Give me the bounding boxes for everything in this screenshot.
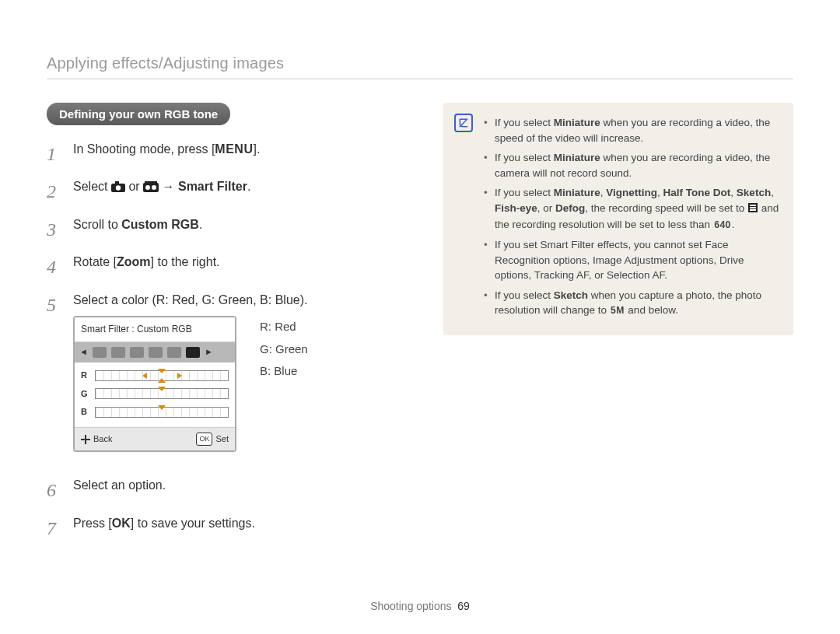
n3d: , — [657, 187, 663, 198]
svg-point-4 — [145, 185, 150, 190]
steps-list: In Shooting mode, press [MENU]. Select o… — [47, 139, 397, 543]
page-header: Applying effects/Adjusting images — [47, 54, 793, 79]
cam-back-button: Back — [81, 433, 112, 447]
svg-point-2 — [116, 186, 121, 191]
cam-tab-4 — [149, 347, 163, 358]
slider-track-g — [95, 388, 229, 399]
step1-text-b: ]. — [253, 142, 260, 156]
camera-screen-mock: Smart Filter : Custom RGB ◄ ► — [73, 316, 236, 452]
n3b6: Defog — [555, 202, 585, 214]
ok-label: OK — [112, 517, 131, 530]
slider-track-b — [95, 407, 229, 418]
n3e: , — [730, 187, 737, 198]
note-5: If you select Sketch when you capture a … — [484, 288, 779, 318]
n1a: If you select — [495, 117, 554, 128]
step-6: Select an option. — [47, 475, 397, 505]
step7-text-b: ] to save your settings. — [131, 517, 255, 530]
camera-video-icon — [143, 178, 159, 198]
note-box: If you select Miniature when you are rec… — [443, 103, 793, 335]
res-5m-badge: 5M — [611, 303, 625, 318]
cam-title: Smart Filter : Custom RGB — [75, 317, 235, 342]
n3b2: Vignetting — [606, 187, 657, 198]
svg-point-5 — [152, 185, 156, 190]
step2-bold: Smart Filter — [178, 180, 247, 193]
cam-back-label: Back — [93, 433, 112, 447]
cam-tab-6-active — [186, 347, 200, 358]
note-4: If you set Smart Filter effects, you can… — [484, 237, 779, 283]
slider-row-r: R — [81, 369, 229, 383]
n3a: If you select — [495, 187, 554, 198]
slider-label-b: B — [81, 405, 90, 419]
cam-tab-right-arrow: ► — [205, 345, 213, 359]
svg-rect-6 — [145, 181, 157, 184]
cam-footer: Back OKSet — [75, 427, 235, 451]
legend-b: B: Blue — [260, 360, 308, 383]
right-column: If you select Miniature when you are rec… — [443, 103, 793, 551]
cam-set-label: Set — [215, 433, 229, 447]
n3b3: Half Tone Dot — [663, 187, 731, 198]
note-1: If you select Miniature when you are rec… — [484, 115, 779, 145]
step3-text-a: Scroll to — [73, 218, 121, 231]
cam-set-button: OKSet — [196, 433, 229, 447]
n5a: If you select — [495, 289, 554, 301]
menu-label: MENU — [215, 142, 253, 156]
ok-key-icon: OK — [196, 433, 212, 445]
film-speed-icon — [747, 202, 758, 218]
dpad-icon — [81, 435, 90, 444]
n3b1: Miniature — [554, 187, 600, 198]
svg-rect-8 — [750, 205, 756, 206]
svg-rect-9 — [750, 207, 756, 208]
step4-bold: Zoom — [117, 255, 151, 268]
slider-row-g: G — [81, 387, 229, 401]
note-2: If you select Miniature when you are rec… — [484, 150, 779, 180]
n5b: Sketch — [554, 289, 588, 301]
cam-tab-5 — [167, 347, 181, 358]
slider-label-r: R — [81, 369, 90, 383]
cam-tab-2 — [111, 347, 125, 358]
n2a: If you select — [495, 152, 554, 163]
note-3: If you select Miniature, Vignetting, Hal… — [484, 185, 779, 233]
n3h: , the recording speed will be set to — [585, 202, 747, 214]
slider-track-r — [95, 370, 229, 381]
left-column: Defining your own RGB tone In Shooting m… — [47, 103, 397, 551]
step2-arrow: → — [163, 180, 178, 193]
step3-text-b: . — [199, 218, 202, 231]
step2-text-b: or — [128, 180, 143, 193]
footer-section: Shooting options — [370, 600, 451, 612]
slider-label-g: G — [81, 387, 90, 401]
n3j: . — [732, 219, 735, 230]
page-number: 69 — [457, 600, 470, 612]
n1b: Miniature — [554, 117, 600, 128]
svg-rect-10 — [750, 209, 756, 211]
step1-text-a: In Shooting mode, press [ — [73, 142, 215, 156]
n3f: , — [771, 187, 774, 198]
legend-g: G: Green — [260, 338, 308, 361]
step2-text-c: . — [247, 180, 250, 193]
step7-text-a: Press [ — [73, 517, 112, 530]
cam-tab-1 — [93, 347, 107, 358]
n5d: and below. — [625, 304, 678, 316]
camera-photo-icon — [111, 178, 125, 198]
step-4: Rotate [Zoom] to the right. — [47, 252, 397, 282]
cam-sliders-area: R G B — [75, 363, 235, 427]
step-3: Scroll to Custom RGB. — [47, 215, 397, 244]
cam-tab-3 — [130, 347, 144, 358]
section-pill: Defining your own RGB tone — [47, 103, 230, 125]
step-7: Press [OK] to save your settings. — [47, 513, 397, 543]
note-icon — [454, 114, 473, 132]
step3-bold: Custom RGB — [121, 218, 199, 231]
rgb-legend: R: Red G: Green B: Blue — [260, 316, 308, 383]
n3b4: Sketch — [737, 187, 771, 198]
legend-r: R: Red — [260, 316, 308, 338]
res-640-badge: 640 — [714, 217, 731, 233]
step4-text-a: Rotate [ — [73, 255, 117, 268]
n2b: Miniature — [554, 152, 600, 163]
n3b5: Fish-eye — [495, 202, 537, 214]
svg-rect-1 — [115, 181, 119, 184]
cam-tab-strip: ◄ ► — [75, 342, 235, 363]
step2-text-a: Select — [73, 180, 111, 193]
slider-row-b: B — [81, 405, 229, 419]
n3g: , or — [537, 202, 555, 214]
step5-text: Select a color (R: Red, G: Green, B: Blu… — [73, 290, 397, 310]
step-5: Select a color (R: Red, G: Green, B: Blu… — [47, 290, 397, 468]
